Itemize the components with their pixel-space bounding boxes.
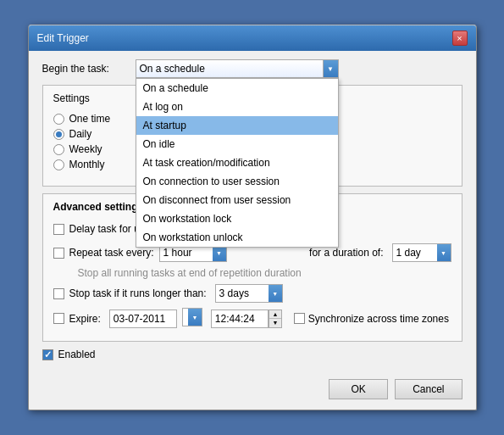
duration-dropdown-wrapper: 1 day ▼	[392, 243, 451, 262]
menu-item-on-connection[interactable]: On connection to user session	[136, 172, 338, 191]
enabled-checkbox[interactable]: ✓	[42, 349, 53, 360]
title-bar: Edit Trigger ×	[29, 25, 476, 51]
delay-task-checkbox[interactable]	[53, 224, 64, 235]
radio-one-time-input[interactable]	[53, 114, 64, 125]
dialog-content: Begin the task: On a schedule ▼ On a sch…	[29, 51, 476, 374]
dialog-title: Edit Trigger	[37, 32, 89, 44]
menu-item-on-a-schedule[interactable]: On a schedule	[136, 79, 338, 98]
expire-date-arrow[interactable]: ▼	[188, 309, 202, 326]
expire-date-dropdown[interactable]: ▼	[182, 308, 202, 326]
begin-task-dropdown-arrow[interactable]: ▼	[323, 60, 338, 77]
expire-date-dropdown-wrapper: ▼	[182, 308, 202, 329]
edit-trigger-dialog: Edit Trigger × Begin the task: On a sche…	[28, 25, 477, 410]
stop-longer-dropdown-wrapper: 3 days ▼	[215, 284, 283, 303]
menu-item-at-startup[interactable]: At startup	[136, 116, 338, 135]
radio-monthly-label: Monthly	[69, 159, 105, 170]
repeat-value: 1 hour	[163, 247, 192, 259]
begin-task-dropdown[interactable]: On a schedule ▼	[136, 59, 339, 78]
duration-label: for a duration of:	[309, 247, 383, 259]
menu-item-on-disconnect[interactable]: On disconnect from user session	[136, 191, 338, 209]
expire-time: 12:44:24	[215, 313, 255, 325]
expire-row: Expire: 03-07-2011 ▼ 12:44:24 ▲ ▼	[53, 308, 451, 329]
expire-date-field[interactable]: 03-07-2011	[109, 310, 177, 328]
expire-time-field[interactable]: 12:44:24	[211, 310, 269, 328]
begin-task-row: Begin the task: On a schedule ▼ On a sch…	[42, 59, 462, 78]
menu-item-on-workstation-unlock[interactable]: On workstation unlock	[136, 228, 338, 247]
expire-sync-row: Synchronize across time zones	[294, 313, 449, 325]
time-spin-up[interactable]: ▲	[269, 310, 281, 320]
expire-time-wrapper: 12:44:24 ▲ ▼	[211, 310, 282, 328]
duration-dropdown[interactable]: 1 day ▼	[392, 243, 451, 262]
time-spin-down[interactable]: ▼	[269, 319, 281, 327]
menu-item-at-task-creation[interactable]: At task creation/modification	[136, 153, 338, 172]
expire-checkbox[interactable]	[53, 313, 64, 324]
expire-sync-label: Synchronize across time zones	[308, 313, 449, 325]
expire-date: 03-07-2011	[114, 313, 165, 325]
repeat-task-label: Repeat task every:	[69, 247, 154, 259]
time-spin[interactable]: ▲ ▼	[269, 310, 282, 328]
cancel-button[interactable]: Cancel	[395, 379, 462, 399]
stop-running-row: Stop all running tasks at end of repetit…	[53, 267, 451, 279]
expire-sync-checkbox[interactable]	[294, 313, 305, 324]
close-button[interactable]: ×	[452, 31, 468, 46]
menu-item-on-workstation-lock[interactable]: On workstation lock	[136, 209, 338, 228]
ok-button[interactable]: OK	[329, 379, 388, 399]
menu-item-at-log-on[interactable]: At log on	[136, 98, 338, 116]
begin-task-dropdown-wrapper: On a schedule ▼ On a schedule At log on …	[136, 59, 339, 78]
radio-daily-label: Daily	[69, 128, 92, 140]
stop-longer-dropdown-arrow[interactable]: ▼	[269, 285, 282, 302]
begin-task-label: Begin the task:	[42, 63, 136, 75]
footer: OK Cancel	[29, 374, 476, 410]
stop-longer-row: Stop task if it runs longer than: 3 days…	[53, 284, 451, 303]
repeat-task-checkbox[interactable]	[53, 248, 64, 259]
stop-longer-label: Stop task if it runs longer than:	[69, 287, 207, 299]
duration-dropdown-arrow[interactable]: ▼	[437, 244, 451, 261]
enabled-label: Enabled	[58, 349, 96, 360]
radio-weekly-input[interactable]	[53, 144, 64, 155]
enabled-row: ✓ Enabled	[42, 349, 462, 360]
radio-one-time-label: One time	[69, 113, 111, 125]
stop-longer-value: 3 days	[219, 287, 249, 299]
menu-item-on-idle[interactable]: On idle	[136, 135, 338, 153]
duration-value: 1 day	[396, 247, 421, 259]
stop-longer-dropdown[interactable]: 3 days ▼	[215, 284, 283, 303]
expire-label: Expire:	[69, 313, 101, 325]
begin-task-selected: On a schedule	[140, 63, 205, 75]
radio-weekly-label: Weekly	[69, 143, 102, 155]
begin-task-menu: On a schedule At log on At startup On id…	[136, 78, 339, 248]
stop-running-label: Stop all running tasks at end of repetit…	[78, 267, 302, 279]
stop-longer-checkbox[interactable]	[53, 288, 64, 299]
radio-monthly-input[interactable]	[53, 159, 64, 170]
radio-daily-input[interactable]	[53, 129, 64, 140]
